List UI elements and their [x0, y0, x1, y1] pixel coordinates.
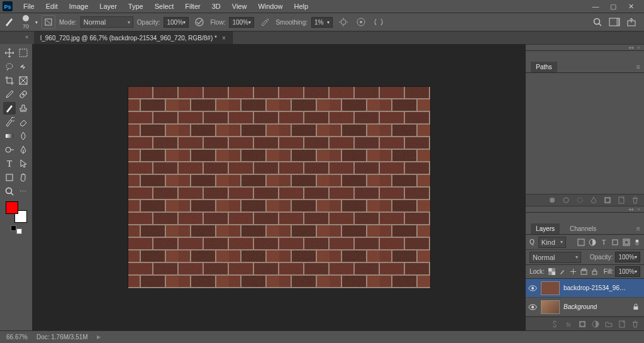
brush-panel-toggle-icon[interactable] — [42, 15, 55, 29]
menu-edit[interactable]: Edit — [40, 1, 64, 11]
marquee-tool-icon[interactable] — [17, 47, 30, 59]
frame-tool-icon[interactable] — [17, 74, 30, 87]
shape-tool-icon[interactable] — [3, 171, 16, 184]
menu-window[interactable]: Window — [252, 1, 288, 11]
menu-view[interactable]: View — [226, 1, 253, 11]
tab-channels[interactable]: Channels — [565, 223, 601, 234]
layers-menu-icon[interactable]: ≡ — [636, 225, 640, 232]
menu-3d[interactable]: 3D — [206, 1, 226, 11]
eyedropper-tool-icon[interactable] — [3, 88, 16, 101]
move-tool-icon[interactable] — [3, 47, 16, 59]
menu-file[interactable]: File — [18, 1, 40, 11]
stroke-path-icon[interactable] — [562, 196, 570, 204]
smoothing-options-icon[interactable] — [336, 15, 350, 29]
maximize-button[interactable]: ▢ — [609, 3, 618, 11]
menu-help[interactable]: Help — [289, 1, 314, 11]
minimize-button[interactable]: — — [591, 3, 600, 11]
crop-tool-icon[interactable] — [3, 74, 16, 87]
layer-row[interactable]: Background — [526, 298, 644, 317]
new-layer-icon[interactable] — [618, 320, 626, 328]
brush-tool-icon[interactable] — [3, 102, 16, 115]
type-tool-icon[interactable]: T — [3, 157, 16, 170]
doc-info-arrow-icon[interactable]: ▶ — [97, 334, 101, 340]
menu-layer[interactable]: Layer — [94, 1, 123, 11]
history-brush-tool-icon[interactable] — [3, 116, 16, 128]
pressure-opacity-icon[interactable] — [192, 15, 206, 29]
layer-thumbnail[interactable] — [541, 281, 560, 295]
lasso-tool-icon[interactable] — [3, 60, 16, 73]
brush-dropdown-arrow-icon[interactable]: ▾ — [35, 20, 38, 25]
path-select-tool-icon[interactable] — [17, 157, 30, 170]
panel-collapse-bar[interactable]: ◂◂× — [526, 44, 644, 51]
visibility-icon[interactable] — [528, 304, 537, 310]
dodge-tool-icon[interactable] — [3, 143, 16, 156]
blur-tool-icon[interactable] — [17, 130, 30, 142]
fill-path-icon[interactable] — [548, 196, 556, 204]
filter-pixel-icon[interactable] — [577, 239, 585, 246]
tool-preset-icon[interactable] — [4, 16, 16, 28]
smoothing-input[interactable]: 1%▾ — [311, 17, 333, 28]
airbrush-icon[interactable] — [258, 15, 272, 29]
layers-collapse-bar[interactable]: ◂◂× — [526, 206, 644, 213]
group-icon[interactable] — [605, 320, 613, 328]
mode-select[interactable]: Normal▾ — [80, 16, 133, 28]
menu-image[interactable]: Image — [64, 1, 94, 11]
filter-smart-icon[interactable] — [623, 239, 630, 246]
fx-icon[interactable]: fx — [564, 320, 573, 328]
layer-name[interactable]: backdrop-21534_960_720 — [564, 284, 629, 291]
paths-body[interactable] — [526, 73, 644, 194]
color-swatches[interactable] — [6, 201, 27, 223]
lock-paint-icon[interactable] — [559, 268, 566, 275]
layer-thumbnail[interactable] — [541, 300, 560, 314]
zoom-value[interactable]: 66.67% — [6, 334, 28, 340]
new-path-icon[interactable] — [618, 196, 625, 204]
blend-mode-select[interactable]: Normal▾ — [530, 252, 581, 263]
filter-adjust-icon[interactable] — [589, 239, 596, 246]
close-button[interactable]: ✕ — [626, 3, 635, 11]
layer-list[interactable]: backdrop-21534_960_720Background — [526, 279, 644, 317]
document-tab[interactable]: l_960_720.jpg @ 66,7% (backdrop-21534_96… — [34, 31, 233, 44]
workspace-icon[interactable] — [609, 17, 620, 27]
stamp-tool-icon[interactable] — [17, 102, 30, 115]
lock-trans-icon[interactable] — [548, 268, 555, 275]
menu-select[interactable]: Select — [149, 1, 180, 11]
default-swatches-icon[interactable] — [11, 225, 22, 234]
eraser-tool-icon[interactable] — [17, 116, 30, 128]
close-tab-icon[interactable]: × — [222, 35, 226, 42]
gradient-tool-icon[interactable] — [3, 130, 16, 142]
trash-path-icon[interactable] — [631, 196, 639, 204]
filter-toggle-icon[interactable] — [634, 239, 640, 246]
share-icon[interactable] — [626, 17, 636, 27]
pressure-size-icon[interactable] — [354, 15, 368, 29]
layer-name[interactable]: Background — [564, 303, 597, 310]
tab-paths[interactable]: Paths — [531, 62, 557, 72]
panel-menu-icon[interactable]: ≡ — [636, 63, 640, 70]
lock-nest-icon[interactable] — [580, 268, 587, 275]
filter-shape-icon[interactable] — [611, 239, 619, 246]
filter-type-icon[interactable]: T — [600, 239, 608, 246]
adjustment-icon[interactable] — [592, 320, 599, 328]
symmetry-icon[interactable] — [372, 15, 386, 29]
more-tools-icon[interactable]: ⋯ — [17, 185, 30, 198]
pen-tool-icon[interactable] — [17, 143, 30, 156]
lock-all-icon[interactable] — [591, 268, 598, 275]
hand-tool-icon[interactable] — [17, 171, 30, 184]
foreground-swatch[interactable] — [6, 201, 18, 214]
trash-layer-icon[interactable] — [631, 320, 639, 328]
menu-filter[interactable]: Filter — [179, 1, 206, 11]
zoom-tool-icon[interactable] — [3, 185, 16, 198]
quick-select-tool-icon[interactable] — [17, 60, 30, 73]
flow-input[interactable]: 100%▾ — [229, 17, 254, 28]
visibility-icon[interactable] — [528, 285, 537, 291]
healing-tool-icon[interactable] — [17, 88, 30, 101]
selection-path-icon[interactable] — [576, 196, 584, 204]
brush-preview-icon[interactable] — [20, 14, 31, 23]
mask-path-icon[interactable] — [604, 196, 611, 204]
opacity-input[interactable]: 100%▾ — [164, 17, 189, 28]
doc-info[interactable]: Doc: 1.76M/3.51M — [36, 334, 88, 340]
mask-icon[interactable] — [579, 320, 586, 328]
canvas-area[interactable] — [33, 44, 525, 330]
filter-kind-select[interactable]: Kind▾ — [538, 237, 566, 248]
lock-pos-icon[interactable] — [570, 268, 577, 275]
search-icon[interactable] — [592, 17, 602, 27]
